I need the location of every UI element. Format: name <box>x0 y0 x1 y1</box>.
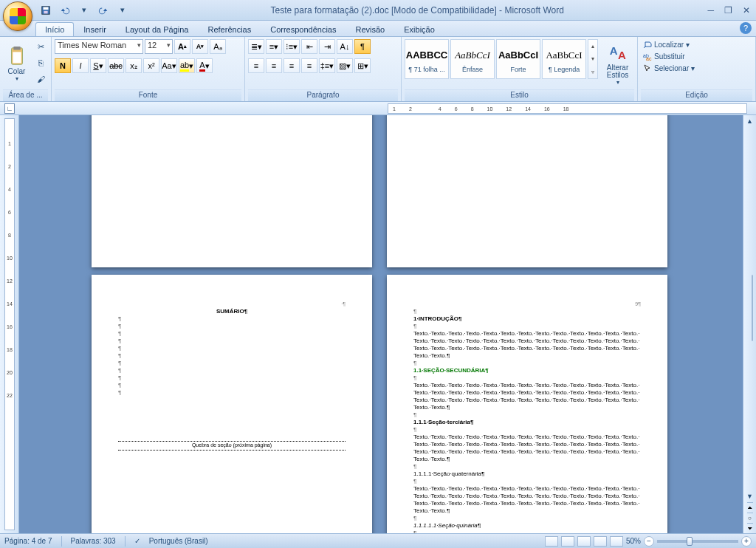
zoom-in-button[interactable]: + <box>741 536 752 547</box>
status-words[interactable]: Palavras: 303 <box>71 537 116 545</box>
office-button[interactable] <box>3 1 32 31</box>
browse-object-icon[interactable]: ○ <box>747 513 753 523</box>
tab-referencias[interactable]: Referências <box>199 22 261 36</box>
help-icon[interactable]: ? <box>740 22 752 34</box>
format-painter-icon[interactable]: 🖌 <box>33 72 48 86</box>
view-print-layout-button[interactable] <box>545 536 558 547</box>
style-gallery: AABBCC¶ 71 folha ... AaBbCcIÊnfase AaBbC… <box>405 39 598 79</box>
superscript-button[interactable]: x² <box>143 58 159 73</box>
close-button[interactable]: ✕ <box>740 5 753 16</box>
paste-button[interactable]: Colar ▾ <box>3 39 30 88</box>
copy-icon[interactable]: ⎘ <box>33 55 48 70</box>
tab-correspond[interactable]: Correspondências <box>261 22 346 36</box>
minimize-button[interactable]: ─ <box>704 5 717 16</box>
decrease-indent-button[interactable]: ⇤ <box>301 39 317 54</box>
subscript-button[interactable]: x₂ <box>126 58 142 73</box>
font-color-button[interactable]: A▾ <box>196 58 213 73</box>
status-page[interactable]: Página: 4 de 7 <box>4 537 52 545</box>
align-right-button[interactable]: ≡ <box>284 58 300 73</box>
shrink-font-icon[interactable]: A▾ <box>192 39 208 54</box>
group-styles: AABBCC¶ 71 folha ... AaBbCcIÊnfase AaBbC… <box>402 37 638 101</box>
clear-format-icon[interactable]: Aₐ <box>210 39 226 54</box>
style-71-folha[interactable]: AABBCC¶ 71 folha ... <box>405 39 449 79</box>
vertical-ruler[interactable]: 1246810121416182022 <box>0 115 19 533</box>
body-text: Texto.·Texto.·Texto.·Texto.·Texto.·Texto… <box>413 485 641 515</box>
strike-button[interactable]: abc <box>108 58 124 73</box>
bold-button[interactable]: N <box>55 58 71 73</box>
scroll-up-icon[interactable]: ▲ <box>743 115 756 127</box>
italic-button[interactable]: I <box>72 58 89 73</box>
highlight-button[interactable]: ab▾ <box>179 58 195 73</box>
style-enfase[interactable]: AaBbCcIÊnfase <box>450 39 495 79</box>
heading-11111: 1.1.1.1.1·Seção·quinária¶ <box>413 522 641 530</box>
style-forte[interactable]: AaBbCcIForte <box>496 39 540 79</box>
save-icon[interactable] <box>38 3 53 18</box>
grow-font-icon[interactable]: A▴ <box>174 39 190 54</box>
status-language[interactable]: Português (Brasil) <box>149 537 208 545</box>
font-size-select[interactable]: 12 <box>145 39 173 54</box>
increase-indent-button[interactable]: ⇥ <box>319 39 335 54</box>
next-page-icon[interactable]: ⏷ <box>747 523 753 533</box>
borders-button[interactable]: ⊞▾ <box>354 58 371 73</box>
titlebar: ▾ ▾ Teste para formatação (2).doc [Modo … <box>0 0 756 21</box>
page-content[interactable]: 9¶ ¶ 1·INTRODUÇÃO¶ ¶ Texto.·Texto.·Texto… <box>413 301 641 533</box>
proofing-icon[interactable]: ✓ <box>134 537 140 545</box>
document-area: 1246810121416182022 ·¶ SUMÁRIO¶ ¶¶¶¶¶¶¶¶… <box>0 115 756 533</box>
tab-exibicao[interactable]: Exibição <box>394 22 444 36</box>
ribbon-tabs: Início Inserir Layout da Página Referênc… <box>0 21 756 37</box>
document-canvas[interactable]: ·¶ SUMÁRIO¶ ¶¶¶¶¶¶¶¶¶¶¶ Quebra de seção … <box>19 115 756 533</box>
redo-icon[interactable] <box>96 3 111 18</box>
multilevel-button[interactable]: ⁝≡▾ <box>284 39 300 54</box>
group-label-styles: Estilo <box>405 89 634 101</box>
view-fullscreen-button[interactable] <box>561 536 574 547</box>
underline-button[interactable]: S▾ <box>90 58 106 73</box>
show-marks-button[interactable]: ¶ <box>354 39 371 54</box>
shading-button[interactable]: ▨▾ <box>337 58 353 73</box>
body-text: Texto.·Texto.·Texto.·Texto.·Texto.·Texto… <box>413 434 641 463</box>
font-name-select[interactable]: Times New Roman <box>55 39 143 54</box>
zoom-level[interactable]: 50% <box>626 537 641 545</box>
scroll-thumb[interactable] <box>752 275 753 341</box>
view-draft-button[interactable] <box>610 536 623 547</box>
bullets-button[interactable]: ≣▾ <box>248 39 264 54</box>
body-text: Texto.·Texto.·Texto.·Texto.·Texto.·Texto… <box>413 330 641 360</box>
replace-button[interactable]: abacSubstituir <box>641 51 697 61</box>
body-text: Texto.·Texto.·Texto.·Texto.·Texto.·Texto… <box>413 382 641 411</box>
change-case-button[interactable]: Aa▾ <box>161 58 177 73</box>
group-label-clipboard: Área de ... <box>3 89 48 101</box>
view-web-button[interactable] <box>577 536 591 547</box>
undo-icon[interactable] <box>58 3 72 18</box>
change-styles-button[interactable]: AA Alterar Estilos▾ <box>601 39 634 88</box>
align-left-button[interactable]: ≡ <box>248 58 264 73</box>
heading-sumario: SUMÁRIO¶ <box>118 308 346 315</box>
justify-button[interactable]: ≡ <box>301 58 317 73</box>
vertical-scrollbar[interactable]: ▲ ▼ ⏶ ○ ⏷ <box>743 115 756 533</box>
qat-customize-icon[interactable]: ▾ <box>115 3 130 18</box>
tab-inicio[interactable]: Início <box>35 22 74 36</box>
line-spacing-button[interactable]: ‡≡▾ <box>319 58 335 73</box>
cut-icon[interactable]: ✂ <box>33 39 48 54</box>
zoom-out-button[interactable]: − <box>644 536 654 547</box>
find-button[interactable]: Localizar ▾ <box>641 39 697 49</box>
horizontal-ruler[interactable]: 124681012141618 <box>388 103 747 114</box>
window-controls: ─ ❐ ✕ <box>704 5 753 16</box>
zoom-thumb[interactable] <box>687 537 693 546</box>
qat-dropdown-icon[interactable]: ▾ <box>77 3 92 18</box>
numbering-button[interactable]: ≡▾ <box>266 39 282 54</box>
sort-button[interactable]: A↓ <box>337 39 353 54</box>
prev-page-icon[interactable]: ⏶ <box>747 502 753 513</box>
align-center-button[interactable]: ≡ <box>266 58 282 73</box>
tab-revisao[interactable]: Revisão <box>346 22 394 36</box>
view-outline-button[interactable] <box>594 536 607 547</box>
page-content[interactable]: ·¶ SUMÁRIO¶ ¶¶¶¶¶¶¶¶¶¶¶ Quebra de seção … <box>118 301 346 533</box>
restore-button[interactable]: ❐ <box>721 5 735 16</box>
svg-text:A: A <box>609 44 617 56</box>
tab-layout[interactable]: Layout da Página <box>116 22 199 36</box>
tab-inserir[interactable]: Inserir <box>74 22 116 36</box>
zoom-slider[interactable] <box>657 540 738 543</box>
style-legenda[interactable]: AaBbCcI¶ Legenda <box>542 39 586 79</box>
select-button[interactable]: Selecionar ▾ <box>641 63 697 73</box>
gallery-more-button[interactable]: ▴▾▿ <box>588 39 598 79</box>
tab-selector-button[interactable]: ∟ <box>4 103 15 114</box>
scroll-down-icon[interactable]: ▼ <box>743 490 756 502</box>
